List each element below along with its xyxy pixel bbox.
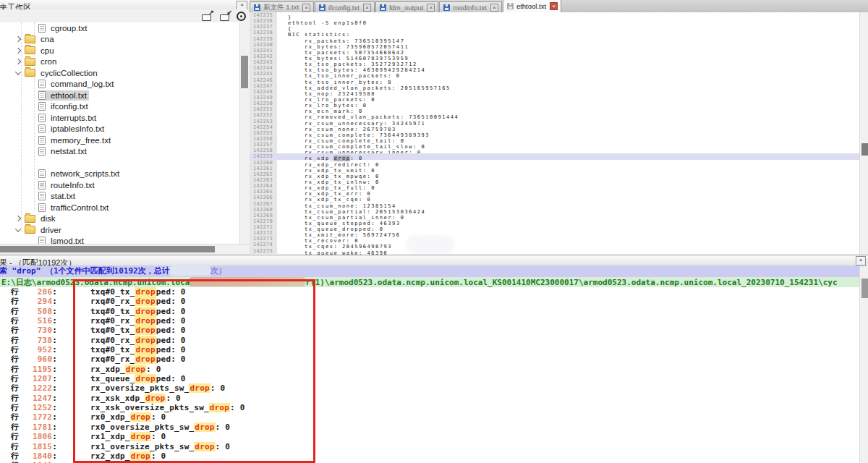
chevron-down-icon[interactable] (15, 69, 21, 75)
expand-all-icon[interactable]: ↗ (201, 11, 213, 22)
result-row[interactable]: 行1222:rx_oversize_pkts_sw_drop: 0 (0, 383, 859, 393)
tree-item-memory_free-txt[interactable]: memory_free.txt (0, 135, 239, 146)
editor-line[interactable]: 142261 rx_xdp_tx_xmit: 0 (250, 166, 859, 171)
tree-item-trafficControl-txt[interactable]: trafficControl.txt (0, 202, 239, 213)
tree-item-network_scripts-txt[interactable]: network_scripts.txt (0, 169, 239, 180)
tree-item-interrupts-txt[interactable]: interrupts.txt (0, 112, 239, 124)
editor-line[interactable]: 142252 rx_removed_vlan_packets: 73651009… (250, 112, 859, 118)
result-row[interactable]: 行516:rxq#0_rx_dropped: 0 (0, 316, 859, 326)
editor-line[interactable]: 142242 tx_bytes: 514607839753959 (250, 54, 859, 59)
editor-line[interactable]: 142270 tx_queue_stopped: 46393 (250, 218, 859, 224)
editor-line[interactable]: 142248 tx_nop: 232419588 (250, 89, 859, 95)
chevron-down-icon[interactable] (15, 226, 21, 232)
search-summary-line[interactable]: 搜索 "drop" （1个文件中匹配到10192次，总计次） (0, 266, 868, 277)
editor-line[interactable]: 142254 rx_csum_none: 26759783 (250, 124, 859, 130)
editor-line[interactable]: 142240 rx_bytes: 735960572057411 (250, 42, 859, 48)
editor-line[interactable]: 142251 rx_ecn_mark: 0 (250, 106, 859, 112)
tree-item-stat-txt[interactable]: stat.txt (0, 191, 239, 203)
tab-ifconfig.txt[interactable]: ifconfig.txt× (315, 1, 375, 12)
editor-line[interactable]: 142260 rx_xdp_redirect: 0 (250, 160, 859, 166)
editor-line[interactable]: 142271 tx_queue_dropped: 0 (250, 224, 859, 230)
result-row[interactable]: 行1772:rx0_xdp_drop: 0 (0, 412, 859, 422)
editor-line[interactable]: 142243 tx_tso_packets: 35272932712 (250, 59, 859, 65)
chevron-right-icon[interactable] (15, 216, 21, 221)
tree-item-ethtool-txt[interactable]: ethtool.txt (0, 90, 239, 101)
tree-item-netstat-txt[interactable]: netstat.txt (0, 146, 239, 158)
tree-item-lsmod-txt[interactable]: lsmod.txt (0, 236, 239, 245)
result-row[interactable]: 行1195:rx_xdp_drop: 0 (0, 365, 859, 374)
editor-line[interactable]: 142238NIC statistics: (250, 30, 859, 35)
result-row[interactable]: 行952:txq#0_tx_dropped: 0 (0, 345, 859, 354)
result-row[interactable]: 行1840:rx2_xdp_drop: 0 (0, 451, 859, 461)
editor-line[interactable]: 142250 rx_lro_bytes: 0 (250, 101, 859, 106)
editor-area[interactable]: 142235}142236ethtool -S enp1s0f0142237{1… (250, 12, 859, 255)
tab-fdm_output[interactable]: fdm_output× (375, 1, 439, 12)
tree-item-cyclicCollection[interactable]: cyclicCollection (0, 67, 239, 79)
results-vertical-scrollbar[interactable] (859, 266, 868, 463)
results-scroll-thumb[interactable] (861, 279, 868, 298)
chevron-right-icon[interactable] (15, 36, 21, 42)
result-row[interactable]: 行1247:rx_xsk_xdp_drop: 0 (0, 394, 859, 403)
editor-line[interactable]: 142262 rx_xdp_tx_mpwqe: 0 (250, 171, 859, 177)
results-close-button[interactable]: × (856, 256, 866, 266)
tree-horizontal-scrollbar[interactable] (0, 244, 250, 254)
tree-item-routeInfo-txt[interactable]: routeInfo.txt (0, 179, 239, 191)
editor-line[interactable]: 142255 rx_csum_complete: 736449389393 (250, 130, 859, 136)
editor-line[interactable]: 142265 rx_xdp_tx_err: 0 (250, 189, 859, 195)
editor-line[interactable]: 142266 rx_xdp_tx_cqe: 0 (250, 195, 859, 200)
editor-line[interactable]: 142264 rx_xdp_tx_full: 0 (250, 183, 859, 189)
result-row[interactable]: 行1781:rx0_oversize_pkts_sw_drop: 0 (0, 422, 859, 432)
tab-close-icon[interactable]: × (490, 4, 498, 12)
chevron-right-icon[interactable] (15, 59, 21, 64)
result-row[interactable]: 行738:rxq#0_rx_dropped: 0 (0, 336, 859, 345)
result-row[interactable]: 行1815:rx1_oversize_pkts_sw_drop: 0 (0, 442, 859, 451)
chevron-right-icon[interactable] (15, 48, 21, 54)
editor-line[interactable]: 142253 rx_csum_unnecessary: 34245971 (250, 119, 859, 124)
editor-vertical-scrollbar[interactable] (859, 12, 868, 255)
tab-close-icon[interactable]: × (363, 4, 371, 12)
editor-line[interactable]: 142275 tx_queue_wake: 46396 (250, 248, 859, 254)
editor-line[interactable]: 142246 tx_tso_inner_bytes: 0 (250, 77, 859, 83)
tree-item-cpu[interactable]: cpu (0, 45, 239, 56)
editor-line[interactable]: 142237{ (250, 24, 859, 30)
result-row[interactable]: 行730:txq#0_tx_dropped: 0 (0, 326, 859, 335)
editor-line[interactable]: 142268 tx_csum_partial: 205153836424 (250, 207, 859, 213)
tree-item-driver[interactable]: driver (0, 224, 239, 236)
tree-item-iptablesInfo-txt[interactable]: iptablesInfo.txt (0, 124, 239, 135)
result-row[interactable]: 行294:rxq#0_rx_dropped: 0 (0, 297, 859, 306)
tab-ethtool.txt[interactable]: ethtool.txt× (503, 0, 561, 12)
tree-item-cgroup-txt[interactable]: cgroup.txt (0, 22, 239, 34)
tab-close-icon[interactable]: × (550, 2, 558, 10)
tree-vertical-scrollbar[interactable] (239, 22, 249, 244)
tab-modinfo.txt[interactable]: modinfo.txt× (439, 1, 501, 12)
editor-line[interactable]: 142274 tx_cqes: 204596498793 (250, 242, 859, 247)
tree-item-cron[interactable]: cron (0, 56, 239, 68)
editor-line[interactable]: 142239 rx_packets: 736510395147 (250, 36, 859, 42)
editor-line[interactable]: 142244 tx_tso_bytes: 463099429284214 (250, 65, 859, 71)
result-row[interactable]: 行1207:tx_queue_dropped: 0 (0, 374, 859, 383)
editor-line[interactable]: 142236ethtool -S enp1s0f0 (250, 18, 859, 24)
editor-line[interactable]: 142269 tx_csum_partial_inner: 0 (250, 213, 859, 218)
editor-line[interactable]: 142247 tx_added_vlan_packets: 2051659571… (250, 83, 859, 89)
editor-line[interactable]: 142263 rx_xdp_tx_inlnw: 0 (250, 177, 859, 183)
editor-scroll-thumb[interactable] (861, 143, 868, 156)
tree-horizontal-scroll-thumb[interactable] (0, 246, 215, 252)
editor-line[interactable]: 142258 rx_csum_unnecessary_inner: 0 (250, 148, 859, 153)
locate-file-icon[interactable] (235, 11, 247, 22)
tree-item-disk[interactable]: disk (0, 213, 239, 225)
editor-line[interactable]: 142273 tx_recover: 0 (250, 236, 859, 242)
editor-line[interactable]: 142257 rx_csum_complete_tail_slow: 0 (250, 142, 859, 148)
result-row[interactable]: 行960:rxq#0_rx_dropped: 0 (0, 354, 859, 364)
result-row[interactable]: 行1252:rx_xsk_oversize_pkts_sw_drop: 0 (0, 403, 859, 412)
editor-line[interactable]: 142256 rx_csum_complete_tail: 0 (250, 136, 859, 142)
result-row[interactable]: 行286:txq#0_tx_dropped: 0 (0, 287, 859, 297)
tab-close-icon[interactable]: × (302, 4, 310, 12)
editor-line[interactable]: 142272 tx_xmit_more: 569724756 (250, 230, 859, 236)
tab-close-icon[interactable]: × (427, 4, 435, 12)
editor-line[interactable]: 142245 tx_tso_inner_packets: 0 (250, 71, 859, 77)
result-row[interactable]: 行1806:rx1_xdp_drop: 0 (0, 432, 859, 441)
result-file-path-line[interactable]: E:\日志\armod0523.odata.ncmp.unicom.locar(… (0, 277, 861, 287)
editor-line[interactable]: 142235} (250, 12, 859, 18)
editor-line[interactable]: 142249 rx_lro_packets: 0 (250, 95, 859, 101)
tab-新文件-1.txt[interactable]: 新文件 1.txt× (250, 1, 314, 12)
